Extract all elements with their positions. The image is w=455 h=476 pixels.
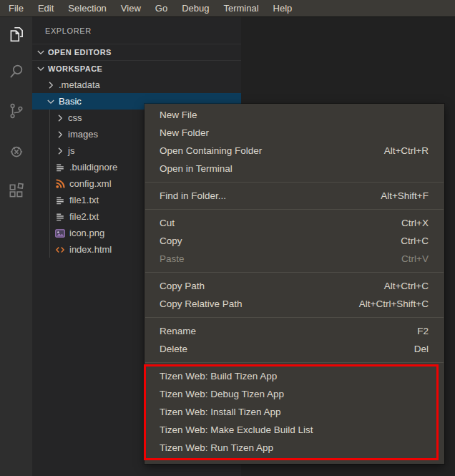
menu-item-delete[interactable]: DeleteDel: [145, 340, 444, 358]
menu-item-tizen-web-install-tizen-app[interactable]: Tizen Web: Install Tizen App: [145, 403, 444, 421]
menu-item-shortcut: Alt+Ctrl+Shift+C: [359, 298, 429, 309]
menu-item-shortcut: Ctrl+V: [401, 253, 429, 264]
text-file-icon: [54, 211, 66, 223]
menu-item-shortcut: F2: [417, 326, 429, 336]
menu-separator: [145, 182, 444, 183]
menu-item-label: New Folder: [160, 127, 209, 138]
menubar-item-help[interactable]: Help: [266, 0, 300, 16]
html-file-icon: [54, 244, 66, 256]
menu-item-tizen-web-run-tizen-app[interactable]: Tizen Web: Run Tizen App: [145, 439, 444, 457]
tree-item-label: css: [68, 112, 82, 123]
menubar: FileEditSelectionViewGoDebugTerminalHelp: [0, 0, 455, 16]
explorer-title: EXPLORER: [32, 16, 241, 44]
tree-item-label: icon.png: [69, 228, 104, 238]
section-label: WORKSPACE: [48, 64, 102, 73]
menu-item-label: Tizen Web: Install Tizen App: [160, 407, 281, 417]
menu-item-open-containing-folder[interactable]: Open Containing FolderAlt+Ctrl+R: [145, 142, 444, 160]
tree-item-label: images: [68, 129, 98, 140]
activity-bar: [0, 16, 32, 476]
menu-item-label: Tizen Web: Build Tizen App: [160, 371, 277, 382]
context-menu: New FileNew FolderOpen Containing Folder…: [145, 104, 444, 464]
menu-item-shortcut: Ctrl+X: [401, 218, 429, 228]
menu-separator: [145, 317, 444, 318]
menu-item-find-in-folder[interactable]: Find in Folder...Alt+Shift+F: [145, 187, 444, 205]
chevron-down-icon: [45, 96, 57, 107]
debug-icon[interactable]: [0, 135, 32, 167]
explorer-icon[interactable]: [0, 19, 32, 50]
menu-item-label: Rename: [160, 326, 196, 336]
menubar-item-go[interactable]: Go: [148, 0, 175, 16]
menu-item-label: Tizen Web: Debug Tizen App: [160, 389, 284, 399]
tree-item-label: file1.txt: [69, 195, 99, 205]
section-workspace[interactable]: WORKSPACE: [32, 60, 241, 77]
chevron-down-icon: [35, 47, 47, 58]
chevron-right-icon: [54, 145, 66, 157]
menubar-item-terminal[interactable]: Terminal: [216, 0, 265, 16]
menu-item-label: Copy Path: [160, 281, 205, 291]
menubar-item-view[interactable]: View: [114, 0, 148, 16]
chevron-right-icon: [54, 129, 66, 140]
text-file-icon: [54, 162, 66, 173]
menu-item-shortcut: Alt+Ctrl+C: [384, 281, 429, 291]
menu-item-open-in-terminal[interactable]: Open in Terminal: [145, 160, 444, 178]
tree-indent-guide: [49, 110, 50, 258]
tree-item-label: Basic: [59, 96, 82, 107]
menu-item-tizen-web-debug-tizen-app[interactable]: Tizen Web: Debug Tizen App: [145, 385, 444, 403]
menu-item-copy[interactable]: CopyCtrl+C: [145, 232, 444, 250]
menu-item-copy-path[interactable]: Copy PathAlt+Ctrl+C: [145, 277, 444, 295]
menu-item-label: Copy Relative Path: [160, 298, 243, 309]
menu-item-copy-relative-path[interactable]: Copy Relative PathAlt+Ctrl+Shift+C: [145, 295, 444, 313]
tree-item-metadata[interactable]: .metadata: [32, 77, 241, 93]
menubar-item-debug[interactable]: Debug: [175, 0, 216, 16]
text-file-icon: [54, 195, 66, 206]
menu-item-shortcut: Del: [414, 344, 429, 354]
menu-item-label: Find in Folder...: [160, 190, 226, 201]
image-file-icon: [54, 228, 66, 239]
tree-item-label: index.html: [69, 244, 112, 255]
menu-item-label: Paste: [160, 253, 185, 264]
chevron-right-icon: [54, 112, 66, 124]
menu-item-new-file[interactable]: New File: [145, 106, 444, 124]
xml-file-icon: [54, 178, 66, 190]
menubar-item-selection[interactable]: Selection: [61, 0, 113, 16]
section-open-editors[interactable]: OPEN EDITORS: [32, 44, 241, 60]
menu-separator: [145, 272, 444, 273]
menu-separator: [145, 362, 444, 363]
tree-item-label: js: [68, 145, 74, 156]
menu-item-label: Tizen Web: Run Tizen App: [160, 442, 273, 453]
menu-item-label: Open in Terminal: [160, 163, 233, 174]
menubar-item-file[interactable]: File: [1, 0, 31, 16]
extensions-icon[interactable]: [0, 175, 32, 207]
menu-item-shortcut: Alt+Shift+F: [381, 190, 429, 201]
menu-separator: [145, 209, 444, 210]
chevron-right-icon: [45, 79, 57, 91]
menu-item-shortcut: Ctrl+C: [401, 235, 429, 246]
menu-item-tizen-web-build-tizen-app[interactable]: Tizen Web: Build Tizen App: [145, 367, 444, 385]
search-icon[interactable]: [0, 56, 32, 87]
tree-item-label: config.xml: [69, 178, 112, 189]
menu-item-new-folder[interactable]: New Folder: [145, 124, 444, 142]
tree-item-label: .buildignore: [69, 162, 117, 173]
menu-item-label: Delete: [160, 344, 187, 354]
menu-item-tizen-web-make-exclude-build-list[interactable]: Tizen Web: Make Exclude Build List: [145, 421, 444, 439]
menu-item-label: Open Containing Folder: [160, 145, 262, 156]
source-control-icon[interactable]: [0, 95, 32, 127]
menu-item-shortcut: Alt+Ctrl+R: [384, 145, 429, 156]
tree-item-label: .metadata: [59, 79, 100, 90]
menu-item-cut[interactable]: CutCtrl+X: [145, 214, 444, 232]
menu-item-label: Tizen Web: Make Exclude Build List: [160, 424, 313, 435]
menu-item-label: Copy: [160, 235, 182, 246]
menu-item-label: New File: [160, 110, 197, 120]
menu-item-paste: PasteCtrl+V: [145, 250, 444, 268]
tree-item-label: file2.txt: [69, 211, 99, 222]
section-label: OPEN EDITORS: [48, 48, 112, 57]
menu-item-label: Cut: [160, 218, 175, 228]
menubar-item-edit[interactable]: Edit: [31, 0, 61, 16]
chevron-down-icon: [35, 63, 47, 74]
menu-item-rename[interactable]: RenameF2: [145, 322, 444, 340]
